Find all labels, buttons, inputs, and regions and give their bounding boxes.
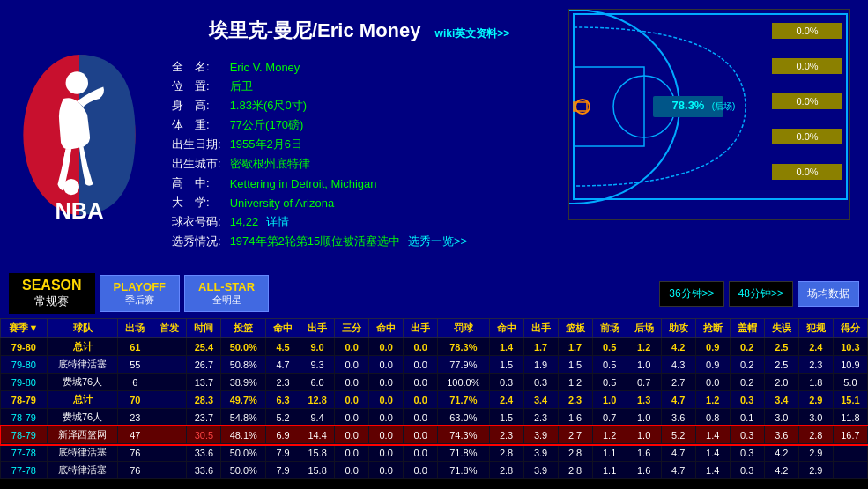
table-cell: 6.0 bbox=[300, 374, 335, 391]
birth-city-value: 密歇根州底特律 bbox=[226, 154, 471, 174]
wiki-link[interactable]: wiki英文资料>> bbox=[435, 27, 510, 40]
table-cell: 10.9 bbox=[833, 356, 867, 374]
table-cell: 77-78 bbox=[1, 444, 48, 462]
table-cell: 54.8% bbox=[221, 409, 266, 426]
table-cell: 79-80 bbox=[1, 338, 48, 356]
right-buttons: 36分钟>> 48分钟>> 场均数据 bbox=[659, 281, 859, 307]
season-tab[interactable]: SEASON 常规赛 bbox=[9, 273, 95, 314]
col-pf[interactable]: 犯规 bbox=[798, 319, 833, 338]
table-cell: 1.1 bbox=[592, 462, 627, 479]
table-row: 78-79费城76人2323.754.8%5.29.40.00.00.063.0… bbox=[1, 409, 868, 426]
col-fgm[interactable]: 命中 bbox=[266, 319, 300, 338]
college-label: 大 学: bbox=[167, 193, 226, 212]
table-cell: 0.0 bbox=[335, 391, 369, 409]
table-cell bbox=[152, 462, 187, 479]
table-cell: 1.6 bbox=[627, 462, 661, 479]
col-drb[interactable]: 后场 bbox=[627, 319, 661, 338]
table-cell: 1.5 bbox=[558, 356, 592, 374]
col-games[interactable]: 出场 bbox=[118, 319, 152, 338]
allstar-top-label: ALL-STAR bbox=[198, 280, 255, 293]
table-cell: 4.7 bbox=[661, 444, 695, 462]
col-3pm[interactable]: 命中 bbox=[369, 319, 404, 338]
svg-point-1 bbox=[66, 71, 88, 93]
table-cell: 0.9 bbox=[695, 356, 730, 374]
table-cell: 33.6 bbox=[187, 444, 221, 462]
table-cell: 15.8 bbox=[300, 462, 335, 479]
col-pts[interactable]: 得分 bbox=[833, 319, 867, 338]
table-cell: 3.9 bbox=[523, 426, 558, 444]
allstar-bottom-label: 全明星 bbox=[212, 293, 241, 307]
col-ft-pct[interactable]: 罚球 bbox=[438, 319, 489, 338]
col-ast[interactable]: 助攻 bbox=[661, 319, 695, 338]
col-fga[interactable]: 出手 bbox=[300, 319, 335, 338]
stats-table-container: 赛季▼ 球队 出场 首发 时间 投篮 命中 出手 三分 命中 出手 罚球 命中 … bbox=[0, 318, 868, 479]
svg-text:0.0%: 0.0% bbox=[796, 131, 818, 142]
table-cell: 0.0 bbox=[404, 374, 438, 391]
table-cell bbox=[152, 409, 187, 426]
table-cell: 23.7 bbox=[187, 409, 221, 426]
table-cell: 0.0 bbox=[369, 374, 404, 391]
table-cell: 2.4 bbox=[798, 338, 833, 356]
col-starts[interactable]: 首发 bbox=[152, 319, 187, 338]
table-cell: 3.9 bbox=[523, 462, 558, 479]
birth-date-label: 出生日期: bbox=[167, 135, 226, 154]
table-cell: 1.5 bbox=[489, 356, 523, 374]
avg-button[interactable]: 场均数据 bbox=[798, 281, 859, 307]
col-team[interactable]: 球队 bbox=[47, 319, 118, 338]
table-cell: 1.7 bbox=[523, 338, 558, 356]
table-cell: 2.9 bbox=[798, 462, 833, 479]
col-3p[interactable]: 三分 bbox=[335, 319, 369, 338]
jersey-number: 14,22 bbox=[230, 215, 259, 228]
table-cell: 0.3 bbox=[730, 391, 764, 409]
table-cell: 0.5 bbox=[592, 356, 627, 374]
col-season[interactable]: 赛季▼ bbox=[1, 319, 48, 338]
table-cell bbox=[152, 391, 187, 409]
table-cell: 3.6 bbox=[661, 409, 695, 426]
table-cell: 1.6 bbox=[558, 409, 592, 426]
table-cell: 71.8% bbox=[438, 444, 489, 462]
jersey-detail-link[interactable]: 详情 bbox=[266, 215, 289, 228]
table-cell: 0.0 bbox=[695, 374, 730, 391]
svg-text:NBA: NBA bbox=[55, 198, 103, 223]
table-cell: 0.0 bbox=[404, 391, 438, 409]
table-cell: 2.8 bbox=[558, 462, 592, 479]
col-orb[interactable]: 前场 bbox=[592, 319, 627, 338]
table-cell: 79-80 bbox=[1, 356, 48, 374]
col-min[interactable]: 时间 bbox=[187, 319, 221, 338]
nba-logo: NBA bbox=[9, 9, 150, 260]
svg-text:(后场): (后场) bbox=[712, 101, 736, 111]
table-cell: 0.0 bbox=[335, 338, 369, 356]
height-value: 1.83米(6尺0寸) bbox=[226, 96, 471, 115]
table-cell: 4.5 bbox=[266, 338, 300, 356]
col-reb[interactable]: 篮板 bbox=[558, 319, 592, 338]
table-cell bbox=[833, 462, 867, 479]
table-cell bbox=[152, 444, 187, 462]
table-cell: 0.5 bbox=[592, 338, 627, 356]
col-stl[interactable]: 抢断 bbox=[695, 319, 730, 338]
table-cell: 5.2 bbox=[266, 409, 300, 426]
playoff-tab[interactable]: PLAYOFF 季后赛 bbox=[100, 275, 180, 312]
draft-list-link[interactable]: 选秀一览>> bbox=[408, 234, 467, 248]
col-fg-pct[interactable]: 投篮 bbox=[221, 319, 266, 338]
weight-value: 77公斤(170磅) bbox=[226, 115, 471, 135]
table-cell: 2.3 bbox=[798, 356, 833, 374]
col-fta[interactable]: 出手 bbox=[523, 319, 558, 338]
table-cell: 77.9% bbox=[438, 356, 489, 374]
table-row: 78-79新泽西篮网4730.548.1%6.914.40.00.00.074.… bbox=[1, 426, 868, 444]
table-cell: 底特律活塞 bbox=[47, 356, 118, 374]
36min-button[interactable]: 36分钟>> bbox=[659, 281, 723, 307]
allstar-tab[interactable]: ALL-STAR 全明星 bbox=[184, 275, 269, 312]
table-cell: 1.2 bbox=[592, 426, 627, 444]
table-cell: 0.7 bbox=[627, 374, 661, 391]
col-3pa[interactable]: 出手 bbox=[404, 319, 438, 338]
48min-button[interactable]: 48分钟>> bbox=[729, 281, 793, 307]
col-blk[interactable]: 盖帽 bbox=[730, 319, 764, 338]
col-ftm[interactable]: 命中 bbox=[489, 319, 523, 338]
table-cell: 0.0 bbox=[404, 356, 438, 374]
table-cell bbox=[152, 338, 187, 356]
col-tov[interactable]: 失误 bbox=[764, 319, 798, 338]
table-cell: 50.0% bbox=[221, 338, 266, 356]
table-cell: 55 bbox=[118, 356, 152, 374]
table-cell: 9.0 bbox=[300, 338, 335, 356]
table-cell: 1.0 bbox=[627, 356, 661, 374]
